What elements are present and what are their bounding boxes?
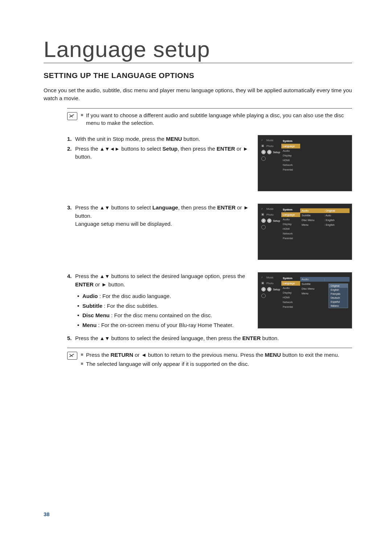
note-icon	[67, 352, 77, 360]
step-2: 2. Press the ▲▼◄► buttons to select Setu…	[67, 145, 252, 161]
step-block-5: 5. Press the ▲▼ buttons to select the de…	[67, 334, 352, 344]
divider	[67, 108, 352, 109]
step-4: 4. Press the ▲▼ buttons to select the de…	[67, 272, 252, 329]
bullet-subtitle: Subtitle : For the disc subtitles.	[77, 302, 252, 310]
screenshot-language-dropdown: ♪Music ▣Photo Setup System Language Audi…	[258, 272, 352, 328]
divider	[67, 348, 352, 348]
screenshot-setup-menu: ♪Music ▣Photo Setup System Language Audi…	[258, 135, 352, 191]
note-icon	[67, 112, 77, 120]
section-title: SETTING UP THE LANGUAGE OPTIONS	[44, 71, 352, 80]
step-block-4: 4. Press the ▲▼ buttons to select the de…	[67, 272, 352, 331]
bullet-audio: Audio : For the disc audio language.	[77, 292, 252, 301]
note-return: Press the RETURN or ◄ button to return t…	[81, 351, 352, 359]
bullet-menu: Menu : For the on-screen menu of your Bl…	[77, 321, 252, 330]
step-block-1-2: 1. With the unit in Stop mode, press the…	[67, 135, 352, 191]
language-dropdown: Original English Français Deutsch Españo…	[328, 283, 348, 308]
step-3: 3. Press the ▲▼ buttons to select Langua…	[67, 204, 252, 228]
step-1: 1. With the unit in Stop mode, press the…	[67, 135, 252, 143]
note-text: If you want to choose a different audio …	[81, 111, 352, 127]
bullet-disc-menu: Disc Menu : For the disc menu contained …	[77, 311, 252, 320]
page-number: 38	[44, 511, 50, 517]
chapter-title: Language setup	[44, 36, 352, 63]
intro-paragraph: Once you set the audio, subtitle, disc m…	[44, 86, 352, 102]
step-block-3: 3. Press the ▲▼ buttons to select Langua…	[67, 204, 352, 260]
note-block-1: If you want to choose a different audio …	[67, 111, 352, 129]
note-supported: The selected language will only appear i…	[81, 360, 352, 368]
screenshot-language-menu: ♪Music ▣Photo Setup System Language Audi…	[258, 204, 352, 260]
note-block-2: Press the RETURN or ◄ button to return t…	[67, 351, 352, 370]
step-5: 5. Press the ▲▼ buttons to select the de…	[67, 334, 352, 343]
